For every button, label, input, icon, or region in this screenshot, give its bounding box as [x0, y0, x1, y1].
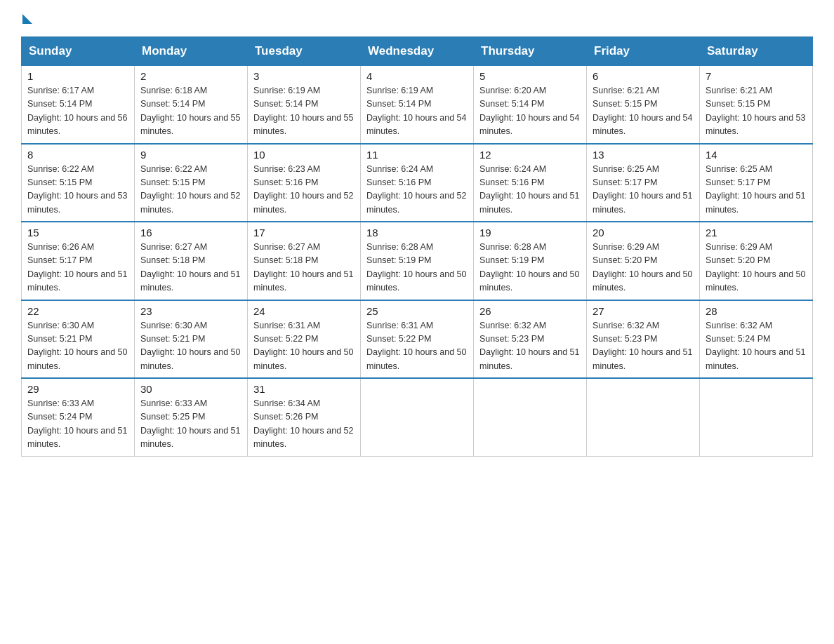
calendar-table: SundayMondayTuesdayWednesdayThursdayFrid…	[21, 36, 813, 457]
calendar-cell	[361, 378, 474, 456]
day-number: 9	[140, 149, 241, 161]
day-info: Sunrise: 6:29 AMSunset: 5:20 PMDaylight:…	[706, 242, 805, 293]
calendar-cell	[474, 378, 587, 456]
day-number: 3	[253, 70, 355, 82]
weekday-header-sunday: Sunday	[22, 37, 135, 66]
calendar-cell: 19 Sunrise: 6:28 AMSunset: 5:19 PMDaylig…	[474, 222, 587, 300]
calendar-cell: 15 Sunrise: 6:26 AMSunset: 5:17 PMDaylig…	[22, 222, 135, 300]
calendar-cell: 11 Sunrise: 6:24 AMSunset: 5:16 PMDaylig…	[361, 144, 474, 222]
day-info: Sunrise: 6:27 AMSunset: 5:18 PMDaylight:…	[253, 242, 353, 293]
calendar-cell	[587, 378, 700, 456]
calendar-cell: 23 Sunrise: 6:30 AMSunset: 5:21 PMDaylig…	[135, 300, 248, 379]
day-number: 29	[27, 383, 128, 395]
day-info: Sunrise: 6:19 AMSunset: 5:14 PMDaylight:…	[253, 86, 353, 136]
day-info: Sunrise: 6:33 AMSunset: 5:24 PMDaylight:…	[27, 398, 127, 449]
day-number: 4	[366, 70, 468, 82]
day-number: 28	[706, 305, 807, 317]
calendar-cell: 26 Sunrise: 6:32 AMSunset: 5:23 PMDaylig…	[474, 300, 587, 379]
day-number: 22	[27, 305, 128, 317]
day-number: 5	[479, 70, 581, 82]
day-number: 26	[479, 305, 581, 317]
calendar-week-row: 22 Sunrise: 6:30 AMSunset: 5:21 PMDaylig…	[22, 300, 813, 379]
calendar-cell: 6 Sunrise: 6:21 AMSunset: 5:15 PMDayligh…	[587, 66, 700, 144]
day-info: Sunrise: 6:19 AMSunset: 5:14 PMDaylight:…	[366, 86, 466, 136]
calendar-cell: 30 Sunrise: 6:33 AMSunset: 5:25 PMDaylig…	[135, 378, 248, 456]
calendar-cell: 14 Sunrise: 6:25 AMSunset: 5:17 PMDaylig…	[700, 144, 813, 222]
calendar-cell: 3 Sunrise: 6:19 AMSunset: 5:14 PMDayligh…	[248, 66, 361, 144]
day-info: Sunrise: 6:28 AMSunset: 5:19 PMDaylight:…	[366, 242, 466, 293]
day-number: 8	[27, 149, 128, 161]
calendar-cell: 31 Sunrise: 6:34 AMSunset: 5:26 PMDaylig…	[248, 378, 361, 456]
day-info: Sunrise: 6:33 AMSunset: 5:25 PMDaylight:…	[140, 398, 240, 449]
day-number: 19	[479, 227, 581, 239]
day-number: 2	[140, 70, 241, 82]
day-info: Sunrise: 6:32 AMSunset: 5:24 PMDaylight:…	[706, 321, 805, 371]
calendar-cell: 17 Sunrise: 6:27 AMSunset: 5:18 PMDaylig…	[248, 222, 361, 300]
calendar-cell: 29 Sunrise: 6:33 AMSunset: 5:24 PMDaylig…	[22, 378, 135, 456]
day-info: Sunrise: 6:17 AMSunset: 5:14 PMDaylight:…	[27, 86, 127, 136]
calendar-cell: 25 Sunrise: 6:31 AMSunset: 5:22 PMDaylig…	[361, 300, 474, 379]
calendar-cell: 9 Sunrise: 6:22 AMSunset: 5:15 PMDayligh…	[135, 144, 248, 222]
day-number: 10	[253, 149, 355, 161]
calendar-cell	[700, 378, 813, 456]
day-number: 13	[593, 149, 694, 161]
day-info: Sunrise: 6:24 AMSunset: 5:16 PMDaylight:…	[366, 164, 466, 215]
weekday-header-wednesday: Wednesday	[361, 37, 474, 66]
day-info: Sunrise: 6:22 AMSunset: 5:15 PMDaylight:…	[27, 164, 127, 215]
day-info: Sunrise: 6:28 AMSunset: 5:19 PMDaylight:…	[479, 242, 579, 293]
calendar-cell: 13 Sunrise: 6:25 AMSunset: 5:17 PMDaylig…	[587, 144, 700, 222]
calendar-week-row: 1 Sunrise: 6:17 AMSunset: 5:14 PMDayligh…	[22, 66, 813, 144]
day-number: 27	[593, 305, 694, 317]
calendar-cell: 18 Sunrise: 6:28 AMSunset: 5:19 PMDaylig…	[361, 222, 474, 300]
calendar-week-row: 8 Sunrise: 6:22 AMSunset: 5:15 PMDayligh…	[22, 144, 813, 222]
day-info: Sunrise: 6:34 AMSunset: 5:26 PMDaylight:…	[253, 398, 353, 449]
logo	[21, 14, 32, 24]
day-info: Sunrise: 6:22 AMSunset: 5:15 PMDaylight:…	[140, 164, 240, 215]
day-info: Sunrise: 6:32 AMSunset: 5:23 PMDaylight:…	[479, 321, 579, 371]
day-info: Sunrise: 6:31 AMSunset: 5:22 PMDaylight:…	[253, 321, 353, 371]
calendar-cell: 27 Sunrise: 6:32 AMSunset: 5:23 PMDaylig…	[587, 300, 700, 379]
day-info: Sunrise: 6:27 AMSunset: 5:18 PMDaylight:…	[140, 242, 240, 293]
day-number: 17	[253, 227, 355, 239]
calendar-cell: 1 Sunrise: 6:17 AMSunset: 5:14 PMDayligh…	[22, 66, 135, 144]
weekday-header-thursday: Thursday	[474, 37, 587, 66]
day-info: Sunrise: 6:30 AMSunset: 5:21 PMDaylight:…	[140, 321, 240, 371]
calendar-week-row: 15 Sunrise: 6:26 AMSunset: 5:17 PMDaylig…	[22, 222, 813, 300]
day-number: 11	[366, 149, 468, 161]
calendar-cell: 28 Sunrise: 6:32 AMSunset: 5:24 PMDaylig…	[700, 300, 813, 379]
day-number: 6	[593, 70, 694, 82]
calendar-cell: 5 Sunrise: 6:20 AMSunset: 5:14 PMDayligh…	[474, 66, 587, 144]
day-number: 24	[253, 305, 355, 317]
day-number: 18	[366, 227, 468, 239]
calendar-cell: 12 Sunrise: 6:24 AMSunset: 5:16 PMDaylig…	[474, 144, 587, 222]
day-number: 31	[253, 383, 355, 395]
day-number: 14	[706, 149, 807, 161]
calendar-week-row: 29 Sunrise: 6:33 AMSunset: 5:24 PMDaylig…	[22, 378, 813, 456]
day-number: 16	[140, 227, 241, 239]
day-number: 30	[140, 383, 241, 395]
day-info: Sunrise: 6:32 AMSunset: 5:23 PMDaylight:…	[593, 321, 692, 371]
calendar-cell: 24 Sunrise: 6:31 AMSunset: 5:22 PMDaylig…	[248, 300, 361, 379]
day-info: Sunrise: 6:18 AMSunset: 5:14 PMDaylight:…	[140, 86, 240, 136]
day-info: Sunrise: 6:23 AMSunset: 5:16 PMDaylight:…	[253, 164, 353, 215]
day-number: 25	[366, 305, 468, 317]
page-header	[21, 14, 813, 24]
day-info: Sunrise: 6:29 AMSunset: 5:20 PMDaylight:…	[593, 242, 692, 293]
weekday-header-monday: Monday	[135, 37, 248, 66]
weekday-header-row: SundayMondayTuesdayWednesdayThursdayFrid…	[22, 37, 813, 66]
day-number: 7	[706, 70, 807, 82]
calendar-cell: 22 Sunrise: 6:30 AMSunset: 5:21 PMDaylig…	[22, 300, 135, 379]
day-info: Sunrise: 6:25 AMSunset: 5:17 PMDaylight:…	[706, 164, 805, 215]
calendar-cell: 7 Sunrise: 6:21 AMSunset: 5:15 PMDayligh…	[700, 66, 813, 144]
day-number: 1	[27, 70, 128, 82]
day-info: Sunrise: 6:21 AMSunset: 5:15 PMDaylight:…	[593, 86, 692, 136]
day-info: Sunrise: 6:24 AMSunset: 5:16 PMDaylight:…	[479, 164, 579, 215]
day-info: Sunrise: 6:30 AMSunset: 5:21 PMDaylight:…	[27, 321, 127, 371]
day-number: 15	[27, 227, 128, 239]
day-number: 23	[140, 305, 241, 317]
day-info: Sunrise: 6:31 AMSunset: 5:22 PMDaylight:…	[366, 321, 466, 371]
day-info: Sunrise: 6:25 AMSunset: 5:17 PMDaylight:…	[593, 164, 692, 215]
calendar-cell: 20 Sunrise: 6:29 AMSunset: 5:20 PMDaylig…	[587, 222, 700, 300]
day-number: 12	[479, 149, 581, 161]
weekday-header-tuesday: Tuesday	[248, 37, 361, 66]
